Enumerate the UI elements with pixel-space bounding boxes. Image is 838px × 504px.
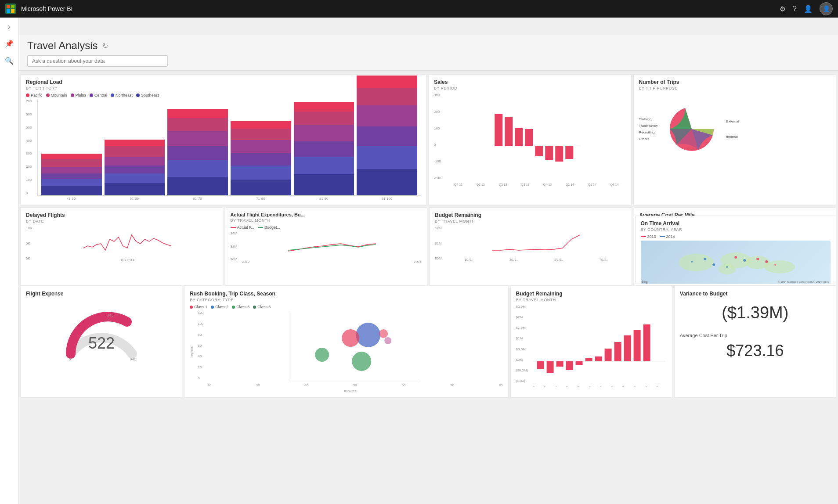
- svg-rect-49: [614, 342, 621, 361]
- card-variance: Variance to Budget ($1.39M) Average Cost…: [674, 286, 836, 398]
- svg-rect-45: [575, 361, 582, 365]
- ontime-subtitle: BY COUNTRY, YEAR: [641, 227, 831, 232]
- budget-small-subtitle: BY TRAVEL MONTH: [435, 219, 626, 223]
- settings-icon[interactable]: ⚙: [780, 5, 786, 13]
- variance-title: Variance to Budget: [680, 291, 831, 297]
- gauge-chart: 522 0 645 345: [58, 301, 145, 358]
- search-sidebar-icon[interactable]: 🔍: [3, 55, 15, 67]
- svg-point-26: [726, 266, 728, 268]
- delayed-subtitle: BY DATE: [26, 219, 217, 223]
- sales-chart: [447, 93, 626, 181]
- left-sidebar: › 📌 🔍: [0, 18, 18, 504]
- svg-point-18: [704, 258, 706, 260]
- svg-point-17: [718, 264, 736, 274]
- svg-rect-50: [624, 335, 631, 361]
- svg-rect-48: [604, 349, 611, 361]
- card-rush-booking: Rush Booking, Trip Class, Season BY CATE…: [184, 286, 508, 398]
- legend-pacific: Pacific: [26, 93, 43, 97]
- legend-mountain: Mountain: [46, 93, 67, 97]
- svg-point-19: [734, 256, 737, 259]
- collapse-icon[interactable]: ›: [6, 21, 12, 32]
- rush-subtitle: BY CATEGORY, TYPE: [190, 298, 502, 302]
- row3: Flight Expense 522 0 645 345: [18, 286, 838, 400]
- pin-icon[interactable]: 📌: [3, 38, 15, 50]
- svg-rect-10: [545, 146, 553, 160]
- refresh-icon[interactable]: ↻: [102, 42, 108, 50]
- svg-rect-12: [565, 146, 573, 159]
- budget-month-subtitle: BY TRAVEL MONTH: [516, 298, 667, 302]
- world-map-svg: [641, 241, 831, 284]
- card-on-time: On Time Arrival BY COUNTRY, YEAR 2013 20…: [635, 216, 837, 284]
- actual-chart: [242, 231, 422, 258]
- on-time-row: On Time Arrival BY COUNTRY, YEAR 2013 20…: [635, 216, 837, 284]
- svg-point-23: [756, 258, 759, 260]
- svg-text:345: 345: [107, 313, 113, 317]
- trips-title: Number of Trips: [639, 79, 831, 85]
- svg-rect-3: [11, 9, 14, 13]
- legend-actual: Actual F...: [231, 225, 255, 230]
- svg-rect-46: [585, 358, 592, 361]
- svg-point-36: [352, 352, 371, 371]
- svg-point-20: [743, 259, 746, 262]
- legend-central: Central: [90, 93, 107, 97]
- trips-subtitle: BY TRIP PURPOSE: [639, 86, 831, 90]
- svg-rect-43: [556, 361, 563, 367]
- actual-legend: Actual F... Budget...: [231, 225, 422, 230]
- svg-rect-52: [643, 324, 650, 361]
- card-number-trips: Number of Trips BY TRIP PURPOSE Training…: [633, 74, 837, 205]
- svg-rect-0: [7, 5, 10, 8]
- svg-rect-5: [495, 114, 502, 146]
- legend-northeast: Northeast: [111, 93, 133, 97]
- app-title: Microsoft Power BI: [21, 5, 774, 12]
- page-title: Travel Analysis: [27, 40, 98, 52]
- topbar-icons: ⚙ ? 👤 👤: [780, 2, 833, 15]
- svg-text:645: 645: [130, 357, 136, 361]
- avg-trip-value: $723.16: [680, 342, 831, 360]
- delayed-title: Delayed Flights: [26, 212, 217, 218]
- svg-rect-9: [535, 146, 543, 156]
- svg-rect-6: [505, 117, 513, 146]
- svg-rect-8: [525, 129, 533, 146]
- header-area: Travel Analysis ↻: [18, 35, 838, 71]
- map-visual: © 2014 Microsoft Corporation © 2014 Noki…: [641, 241, 831, 284]
- svg-rect-42: [546, 361, 553, 373]
- budget-small-title: Budget Remaining: [435, 212, 626, 218]
- svg-rect-7: [515, 128, 523, 146]
- svg-rect-41: [537, 361, 544, 369]
- ontime-title: On Time Arrival: [641, 220, 831, 227]
- svg-point-16: [764, 260, 795, 274]
- card-budget-small: Budget Remaining BY TRAVEL MONTH $0M $1M…: [429, 207, 632, 286]
- legend-southeast: Southeast: [136, 93, 159, 97]
- ontime-legend: 2013 2014: [641, 234, 831, 239]
- search-input[interactable]: [27, 55, 168, 67]
- svg-point-25: [774, 264, 776, 266]
- delayed-x-label: Jan 2014: [37, 258, 217, 262]
- sales-subtitle: BY PERIOD: [434, 86, 626, 90]
- avatar[interactable]: 👤: [820, 2, 833, 15]
- trips-pie-chart: [661, 94, 722, 164]
- actual-subtitle: BY TRAVEL MONTH: [231, 218, 422, 223]
- svg-point-37: [315, 348, 329, 362]
- svg-rect-1: [11, 5, 14, 8]
- svg-point-21: [765, 260, 768, 263]
- svg-rect-47: [595, 356, 602, 361]
- avg-trip-label: Average Cost Per Trip: [680, 333, 831, 338]
- svg-point-39: [384, 337, 391, 344]
- help-icon[interactable]: ?: [793, 5, 797, 13]
- svg-point-22: [712, 263, 715, 266]
- topbar: Microsoft Power BI ⚙ ? 👤 👤: [0, 0, 838, 18]
- user-icon[interactable]: 👤: [804, 5, 813, 13]
- budget-month-chart: [532, 305, 667, 384]
- flight-expense-title: Flight Expense: [26, 291, 177, 297]
- svg-point-35: [342, 329, 359, 347]
- svg-point-24: [691, 261, 693, 263]
- budget-month-title: Budget Remaining: [516, 291, 667, 297]
- svg-rect-44: [566, 361, 573, 370]
- actual-title: Actual Flight Expenditures, Bu...: [231, 212, 422, 217]
- svg-rect-2: [7, 9, 10, 13]
- svg-point-13: [679, 254, 714, 271]
- svg-rect-11: [555, 146, 563, 162]
- rush-legend: Class 1 Class 2 Class 3 Class 3: [190, 305, 502, 309]
- variance-value: ($1.39M): [680, 304, 831, 322]
- budget-small-chart: [446, 226, 626, 257]
